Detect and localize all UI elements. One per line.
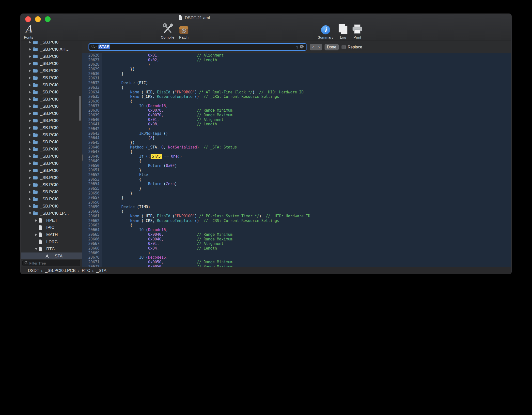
sidebar-item-sb-pci0[interactable]: _SB.PCI0	[21, 138, 82, 146]
disclosure-collapsed-icon[interactable]	[27, 134, 33, 136]
next-match-button[interactable]: ›	[316, 44, 322, 50]
code-line[interactable]: 20657 }	[82, 195, 511, 200]
disclosure-collapsed-icon[interactable]	[33, 219, 39, 222]
code-line[interactable]: 20666 0x0040, // Range Maximum	[82, 237, 511, 242]
code-line[interactable]: 20638 0x0070, // Range Minimum	[82, 108, 511, 113]
zoom-window-button[interactable]	[45, 16, 51, 22]
disclosure-collapsed-icon[interactable]	[27, 119, 33, 122]
disclosure-collapsed-icon[interactable]	[27, 169, 33, 172]
disclosure-collapsed-icon[interactable]	[27, 112, 33, 115]
fonts-button[interactable]: A Fonts	[24, 23, 33, 39]
code-line[interactable]: 20636 {	[82, 99, 511, 104]
code-line[interactable]: 20640 0x01, // Alignment	[82, 118, 511, 122]
code-line[interactable]: 20648 If ((STAS == One))	[82, 154, 511, 159]
sidebar-item-sb-pci0[interactable]: _SB.PCI0	[21, 146, 82, 153]
code-line[interactable]: 20628 )	[82, 62, 511, 67]
code-line[interactable]: 20663 {	[82, 223, 511, 228]
code-line[interactable]: 20632 Device (RTC)	[82, 81, 511, 85]
disclosure-collapsed-icon[interactable]	[27, 191, 33, 193]
code-line[interactable]: 20649 {	[82, 159, 511, 163]
sidebar-item-sb-pci0[interactable]: _SB.PCI0	[21, 89, 82, 96]
disclosure-expanded-icon[interactable]	[33, 248, 39, 250]
disclosure-collapsed-icon[interactable]	[27, 127, 33, 129]
code-line[interactable]: 20643 IRQNoFlags ()	[82, 131, 511, 136]
close-window-button[interactable]	[25, 16, 31, 22]
sidebar-item-sb-pci0[interactable]: _SB.PCI0	[21, 60, 82, 67]
code-line[interactable]: 20672 0x0050, // Range Maximum	[82, 265, 511, 267]
breadcrumb-item[interactable]: _SB.PCI0.LPCB	[45, 268, 76, 273]
sidebar-item-sb-pci0[interactable]: _SB.PCI0	[21, 195, 82, 203]
code-line[interactable]: 20645 })	[82, 140, 511, 145]
sidebar-item-math[interactable]: MATH	[21, 231, 82, 238]
sidebar-item-sb-pci0[interactable]: _SB.PCI0	[21, 74, 82, 81]
code-line[interactable]: 20670 IO (Decode16,	[82, 255, 511, 260]
code-line[interactable]: 20639 0x0070, // Range Maximum	[82, 113, 511, 118]
disclosure-collapsed-icon[interactable]	[27, 155, 33, 158]
sidebar-item-sb-pci0[interactable]: _SB.PCI0	[21, 67, 82, 74]
sidebar-item-sb-pci0[interactable]: _SB.PCI0	[21, 124, 82, 131]
breadcrumb-item[interactable]: DSDT	[28, 268, 39, 273]
minimize-window-button[interactable]	[35, 16, 41, 22]
sidebar-item-sb-pci0[interactable]: _SB.PCI0	[21, 153, 82, 160]
disclosure-collapsed-icon[interactable]	[27, 84, 33, 86]
code-line[interactable]: 20629 })	[82, 67, 511, 72]
code-line[interactable]: 20634 Name (_HID, EisaId ("PNP0B00") /* …	[82, 90, 511, 95]
code-line[interactable]: 20655 }	[82, 186, 511, 191]
code-line[interactable]: 20660 {	[82, 209, 511, 214]
disclosure-collapsed-icon[interactable]	[27, 48, 33, 51]
disclosure-collapsed-icon[interactable]	[27, 198, 33, 200]
disclosure-collapsed-icon[interactable]	[27, 98, 33, 101]
sidebar-item-sb-pci0-lp[interactable]: _SB.PCI0.LP…	[21, 210, 82, 217]
code-line[interactable]: 20665 0x0040, // Range Minimum	[82, 232, 511, 237]
sidebar-item-sb-pci0[interactable]: _SB.PCI0	[21, 167, 82, 174]
code-line[interactable]: 20652 Else	[82, 173, 511, 177]
code-line[interactable]: 20642 )	[82, 127, 511, 131]
disclosure-collapsed-icon[interactable]	[33, 234, 39, 236]
breadcrumb-item[interactable]: _STA	[96, 268, 106, 273]
code-line[interactable]: 20627 0x02, // Length	[82, 58, 511, 62]
sidebar-item-sb-pci0[interactable]: _SB.PCI0	[21, 81, 82, 89]
code-line[interactable]: 20637 IO (Decode16,	[82, 104, 511, 108]
compile-button[interactable]: Compile	[161, 23, 174, 39]
disclosure-collapsed-icon[interactable]	[27, 148, 33, 150]
sidebar-item-sb-pci0[interactable]: _SB.PCI0	[21, 117, 82, 124]
code-line[interactable]: 20656 }	[82, 191, 511, 196]
sidebar-item-sb-pci0[interactable]: _SB.PCI0	[21, 203, 82, 210]
search-query-text[interactable]: STAS	[98, 44, 110, 49]
code-line[interactable]: 20662 Name (_CRS, ResourceTemplate () //…	[82, 219, 511, 223]
code-line[interactable]: 20626 0x01, // Alignment	[82, 53, 511, 58]
code-line[interactable]: 20647 {	[82, 149, 511, 154]
disclosure-collapsed-icon[interactable]	[27, 41, 33, 44]
search-options-icon[interactable]	[91, 44, 97, 49]
disclosure-collapsed-icon[interactable]	[27, 184, 33, 186]
disclosure-collapsed-icon[interactable]	[27, 162, 33, 165]
document-proxy-icon[interactable]	[178, 15, 183, 21]
disclosure-collapsed-icon[interactable]	[27, 62, 33, 65]
sidebar-item-sb-pci0[interactable]: _SB.PCI0	[21, 160, 82, 167]
log-button[interactable]: Log	[338, 23, 348, 39]
sidebar-item-ldrc[interactable]: LDRC	[21, 238, 82, 245]
code-line[interactable]: 20653 {	[82, 177, 511, 182]
code-line[interactable]: 20664 IO (Decode16,	[82, 228, 511, 232]
sidebar-item-sb-pci0[interactable]: _SB.PCI0	[21, 181, 82, 188]
print-button[interactable]: Print	[352, 23, 363, 39]
replace-checkbox[interactable]	[342, 45, 346, 49]
sidebar-scrollbar[interactable]	[79, 96, 81, 121]
breadcrumb-item[interactable]: RTC	[82, 268, 90, 273]
code-line[interactable]: 20659 Device (TIMR)	[82, 205, 511, 209]
clear-search-icon[interactable]	[300, 44, 304, 50]
code-line[interactable]: 20651 }	[82, 168, 511, 173]
code-line[interactable]: 20631	[82, 76, 511, 81]
code-line[interactable]: 20668 0x04, // Length	[82, 246, 511, 251]
filter-tree-input[interactable]	[29, 261, 78, 265]
sidebar-item-sb-pci0[interactable]: _SB.PCI0	[21, 188, 82, 195]
code-line[interactable]: 20630 }	[82, 72, 511, 76]
sidebar-item-sb-pci0[interactable]: _SB.PCI0	[21, 131, 82, 138]
sidebar-item-hpet[interactable]: HPET	[21, 217, 82, 224]
code-line[interactable]: 20671 0x0050, // Range Minimum	[82, 260, 511, 265]
sidebar-item-rtc[interactable]: RTC	[21, 245, 82, 252]
sidebar-item-sta[interactable]: _STA	[21, 252, 82, 259]
summary-button[interactable]: i Summary	[318, 23, 333, 39]
sidebar-item-sb-pci0[interactable]: _SB.PCI0	[21, 96, 82, 103]
sidebar-item-sb-pci0[interactable]: _SB.PCI0	[21, 110, 82, 117]
